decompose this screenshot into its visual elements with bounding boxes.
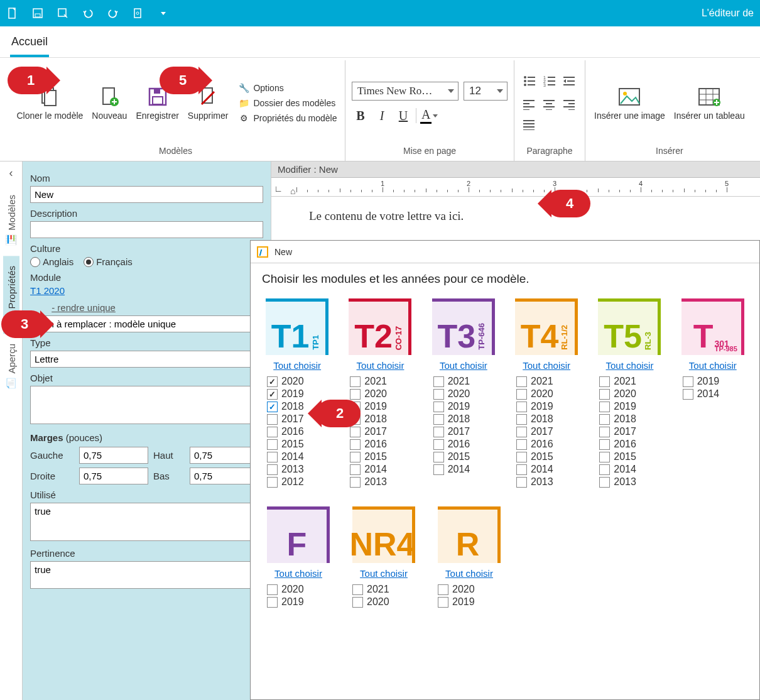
- checkbox[interactable]: [267, 597, 278, 608]
- year-item[interactable]: 2020: [352, 596, 420, 608]
- numbered-list-button[interactable]: 123: [541, 72, 558, 90]
- year-item[interactable]: 2016: [267, 426, 332, 437]
- font-family-combo[interactable]: Times New Ro…: [352, 82, 459, 101]
- checkbox[interactable]: [267, 376, 278, 387]
- year-item[interactable]: 2019: [438, 596, 506, 608]
- year-item[interactable]: 2019: [683, 376, 748, 387]
- margin-right-input[interactable]: [79, 468, 148, 484]
- choose-all-link[interactable]: Tout choisir: [357, 360, 404, 371]
- qat-dropdown-icon[interactable]: [157, 7, 170, 19]
- year-item[interactable]: 2019: [267, 596, 335, 608]
- module-tile[interactable]: NR4: [352, 506, 415, 563]
- checkbox[interactable]: [433, 464, 444, 475]
- year-item[interactable]: 2014: [516, 464, 582, 475]
- year-item[interactable]: 2018: [599, 413, 665, 425]
- insert-table-button[interactable]: Insérer un tableau: [671, 84, 747, 123]
- year-item[interactable]: 2015: [599, 451, 665, 462]
- year-item[interactable]: 2020: [438, 584, 506, 595]
- checkbox[interactable]: [599, 477, 610, 488]
- choose-all-link[interactable]: Tout choisir: [523, 360, 570, 371]
- checkbox[interactable]: [599, 414, 610, 425]
- checkbox[interactable]: [438, 584, 448, 595]
- settings-icon[interactable]: [132, 7, 144, 19]
- checkbox[interactable]: [516, 402, 527, 412]
- year-item[interactable]: 2019: [433, 401, 499, 412]
- checkbox[interactable]: [350, 427, 361, 437]
- new-button[interactable]: Nouveau: [89, 84, 129, 123]
- italic-button[interactable]: I: [373, 107, 391, 124]
- align-center-button[interactable]: [541, 96, 558, 114]
- year-item[interactable]: 2021: [433, 376, 499, 387]
- checkbox[interactable]: [516, 427, 527, 437]
- checkbox[interactable]: [516, 477, 527, 488]
- year-item[interactable]: 2016: [516, 439, 582, 450]
- year-item[interactable]: 2021: [516, 376, 582, 387]
- year-item[interactable]: 2020: [516, 388, 582, 400]
- align-right-button[interactable]: [561, 96, 578, 114]
- checkbox[interactable]: [267, 477, 278, 488]
- checkbox[interactable]: [599, 439, 610, 450]
- choose-all-link[interactable]: Tout choisir: [689, 360, 737, 371]
- model-properties-button[interactable]: ⚙Propriétés du modèle: [238, 112, 337, 124]
- year-item[interactable]: 2013: [599, 476, 665, 488]
- checkbox[interactable]: [433, 439, 444, 450]
- year-item[interactable]: 2015: [267, 439, 332, 450]
- year-item[interactable]: 2020: [350, 388, 415, 400]
- models-folder-button[interactable]: 📁Dossier des modèles: [238, 97, 337, 109]
- checkbox[interactable]: [516, 464, 527, 475]
- description-input[interactable]: [30, 221, 263, 238]
- checkbox[interactable]: [516, 439, 527, 450]
- year-item[interactable]: 2016: [433, 439, 499, 450]
- year-item[interactable]: 2020: [267, 376, 332, 387]
- checkbox[interactable]: [516, 414, 527, 425]
- checkbox[interactable]: [433, 452, 444, 462]
- new-file-icon[interactable]: [6, 7, 19, 19]
- relevance-input[interactable]: true: [30, 561, 263, 589]
- year-item[interactable]: 2021: [599, 376, 665, 387]
- checkbox[interactable]: [433, 402, 444, 412]
- year-item[interactable]: 2020: [267, 584, 335, 595]
- year-item[interactable]: 2016: [599, 439, 665, 450]
- choose-all-link[interactable]: Tout choisir: [440, 360, 487, 371]
- bullet-list-button[interactable]: [521, 72, 538, 90]
- year-item[interactable]: 2014: [350, 464, 415, 475]
- side-tab-preview[interactable]: 📄Aperçu: [3, 334, 19, 399]
- module-tile[interactable]: R: [438, 506, 501, 563]
- dialog-title-bar[interactable]: New: [251, 241, 759, 263]
- checkbox[interactable]: [599, 389, 610, 400]
- checkbox[interactable]: [267, 427, 278, 437]
- insert-image-button[interactable]: Insérer une image: [592, 84, 668, 123]
- checkbox[interactable]: [352, 584, 363, 595]
- type-input[interactable]: [30, 351, 263, 368]
- checkbox[interactable]: [350, 389, 361, 400]
- options-button[interactable]: 🔧Options: [238, 82, 337, 94]
- checkbox[interactable]: [683, 389, 693, 400]
- choose-all-link[interactable]: Tout choisir: [360, 568, 408, 579]
- checkbox[interactable]: [516, 452, 527, 462]
- module-tile[interactable]: T2CO-17: [349, 298, 411, 355]
- module-link[interactable]: T1 2020: [30, 285, 65, 296]
- checkbox[interactable]: [267, 584, 278, 595]
- checkbox[interactable]: [433, 376, 444, 387]
- checkbox[interactable]: [350, 376, 361, 387]
- culture-french-radio[interactable]: Français: [84, 256, 133, 267]
- year-item[interactable]: 2019: [267, 388, 332, 400]
- name-input[interactable]: [30, 186, 263, 203]
- year-item[interactable]: 2012: [267, 476, 332, 488]
- choose-all-link[interactable]: Tout choisir: [445, 568, 493, 579]
- margin-top-input[interactable]: [190, 447, 259, 464]
- year-item[interactable]: 2021: [352, 584, 420, 595]
- module-tile[interactable]: T5RL-3: [598, 298, 661, 355]
- year-item[interactable]: 2018: [516, 413, 582, 425]
- make-unique-link[interactable]: - rendre unique: [52, 302, 116, 313]
- year-item[interactable]: 2016: [350, 439, 415, 450]
- year-item[interactable]: 2018: [433, 413, 499, 425]
- checkbox[interactable]: [267, 414, 278, 425]
- checkbox[interactable]: [599, 376, 610, 387]
- font-size-combo[interactable]: 12: [464, 82, 508, 101]
- checkbox[interactable]: [433, 427, 444, 437]
- bold-button[interactable]: B: [352, 107, 369, 124]
- margin-bottom-input[interactable]: [190, 468, 259, 484]
- checkbox[interactable]: [599, 452, 610, 462]
- font-color-button[interactable]: A: [420, 107, 438, 124]
